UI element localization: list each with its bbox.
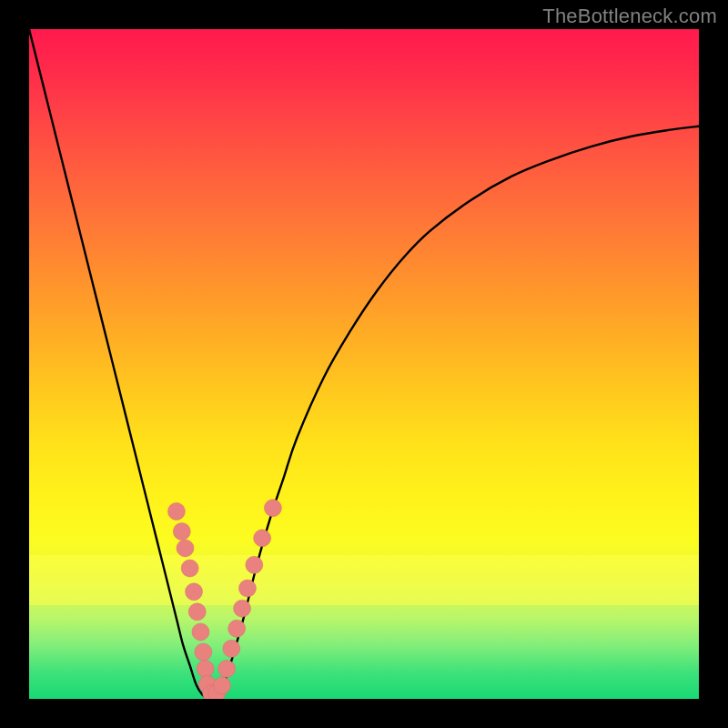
plot-area: [29, 29, 699, 699]
left-branch-marker: [177, 540, 194, 557]
right-branch-marker: [246, 556, 263, 573]
attribution-text: TheBottleneck.com: [542, 5, 717, 28]
right-branch-marker: [254, 530, 271, 547]
left-branch-marker: [173, 523, 190, 541]
left-branch-marker: [197, 660, 214, 677]
left-branch-marker: [188, 603, 206, 621]
right-branch-marker: [264, 500, 281, 517]
left-branch-marker: [181, 560, 198, 577]
left-branch-marker: [195, 643, 212, 661]
left-branch-marker: [186, 583, 203, 601]
right-branch-marker: [218, 660, 236, 677]
left-branch-marker: [167, 502, 185, 520]
left-branch-marker: [192, 623, 209, 641]
vertex-marker: [213, 677, 230, 694]
curve-svg: [29, 29, 699, 699]
right-branch-marker: [234, 600, 251, 617]
right-branch-marker: [238, 580, 256, 597]
right-branch-marker: [223, 640, 240, 657]
right-branch-marker: [228, 620, 246, 637]
bottleneck-curve: [29, 29, 699, 699]
curve-markers-group: [167, 500, 281, 699]
chart-frame: TheBottleneck.com: [0, 0, 728, 728]
